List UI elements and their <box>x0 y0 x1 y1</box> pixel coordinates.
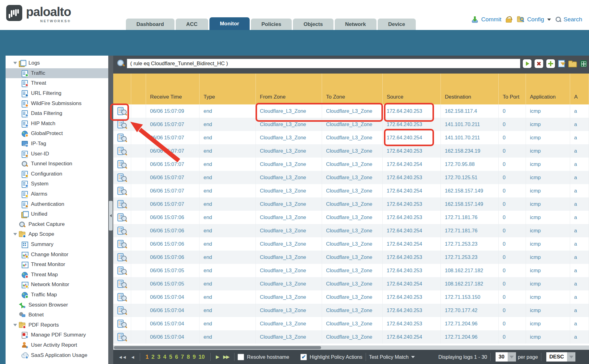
sidebar-item-tunnel-inspection[interactable]: Tunnel Inspection <box>6 159 108 169</box>
page-number-9[interactable]: 9 <box>193 354 196 360</box>
export-csv-button[interactable] <box>579 59 588 68</box>
table-row[interactable]: 06/06 15:07:07endCloudflare_L3_ZoneCloud… <box>113 144 589 158</box>
tab-dashboard[interactable]: Dashboard <box>126 19 174 30</box>
resolve-hostname-checkbox[interactable] <box>238 354 244 360</box>
sidebar-item-traffic[interactable]: Traffic <box>6 68 108 78</box>
log-detail-button[interactable] <box>113 290 131 304</box>
horizontal-scrollbar-thumb[interactable] <box>114 346 321 349</box>
log-detail-button[interactable] <box>113 144 131 158</box>
sidebar-item-threat[interactable]: Threat <box>6 78 108 88</box>
add-filter-button[interactable] <box>546 59 555 68</box>
sidebar-collapse-handle[interactable] <box>109 201 113 231</box>
apply-filter-button[interactable] <box>523 59 531 68</box>
page-number-8[interactable]: 8 <box>187 354 190 360</box>
log-detail-button[interactable] <box>113 251 131 264</box>
expander-icon[interactable] <box>13 61 17 65</box>
log-detail-button[interactable] <box>113 330 131 344</box>
test-policy-match-button[interactable]: Test Policy Match <box>369 354 415 360</box>
sidebar-item-unified[interactable]: Unified <box>6 209 108 219</box>
sidebar-item-globalprotect[interactable]: GlobalProtect <box>6 129 108 139</box>
commit-button[interactable]: Commit <box>471 16 501 23</box>
log-detail-button[interactable] <box>113 224 131 237</box>
column-header-application[interactable]: Application <box>526 74 570 104</box>
sidebar-item-pdf-reports[interactable]: PDF Reports <box>6 320 108 330</box>
log-detail-button[interactable] <box>113 184 131 197</box>
sidebar-item-url-filtering[interactable]: URL Filtering <box>6 88 108 99</box>
clear-filter-button[interactable] <box>535 59 543 68</box>
table-row[interactable]: 06/06 15:07:04endCloudflare_L3_ZoneCloud… <box>113 290 589 304</box>
tab-policies[interactable]: Policies <box>251 19 292 30</box>
log-detail-button[interactable] <box>113 237 131 251</box>
page-number-10[interactable]: 10 <box>199 354 205 360</box>
filter-query-input[interactable] <box>127 59 520 68</box>
table-row[interactable]: 06/06 15:07:05endCloudflare_L3_ZoneCloud… <box>113 264 589 277</box>
column-header-type[interactable]: Type <box>200 74 256 104</box>
sidebar-item-user-id[interactable]: User-ID <box>6 149 108 159</box>
page-number-3[interactable]: 3 <box>157 354 161 360</box>
column-header-a[interactable]: A <box>570 74 589 104</box>
sidebar-item-alarms[interactable]: Alarms <box>6 189 108 199</box>
table-row[interactable]: 06/06 15:07:04endCloudflare_L3_ZoneCloud… <box>113 304 589 317</box>
log-detail-button[interactable] <box>113 197 131 211</box>
table-row[interactable]: 06/06 15:07:06endCloudflare_L3_ZoneCloud… <box>113 224 589 237</box>
column-header-from-zone[interactable]: From Zone <box>256 74 322 104</box>
page-number-5[interactable]: 5 <box>169 354 172 360</box>
search-button[interactable]: Search <box>555 16 582 23</box>
column-header-receive-time[interactable]: Receive Time <box>146 74 200 104</box>
horizontal-scrollbar[interactable] <box>113 345 589 350</box>
tab-monitor[interactable]: Monitor <box>209 17 250 30</box>
page-number-6[interactable]: 6 <box>175 354 178 360</box>
table-row[interactable]: 06/06 15:07:07endCloudflare_L3_ZoneCloud… <box>113 131 589 144</box>
log-detail-button[interactable] <box>113 158 131 171</box>
table-row[interactable]: 06/06 15:07:06endCloudflare_L3_ZoneCloud… <box>113 251 589 264</box>
table-row[interactable]: 06/06 15:07:09endCloudflare_L3_ZoneCloud… <box>113 104 589 118</box>
next-page-button[interactable]: ▶ <box>216 354 219 360</box>
sidebar-item-authentication[interactable]: Authentication <box>6 199 108 209</box>
sidebar-item-threat-monitor[interactable]: Threat Monitor <box>6 260 108 270</box>
sort-order-select[interactable]: DESC <box>546 352 575 362</box>
table-row[interactable]: 06/06 15:07:04endCloudflare_L3_ZoneCloud… <box>113 317 589 330</box>
lock-icon[interactable] <box>506 16 513 23</box>
tab-device[interactable]: Device <box>378 19 416 30</box>
sidebar-item-packet-capture[interactable]: Packet Capture <box>6 219 108 230</box>
sidebar-item-summary[interactable]: Summary <box>6 239 108 250</box>
tab-objects[interactable]: Objects <box>293 19 333 30</box>
sidebar-item-ip-tag[interactable]: IP-Tag <box>6 139 108 149</box>
log-detail-button[interactable] <box>113 277 131 290</box>
column-header-destination[interactable]: Destination <box>441 74 499 104</box>
sidebar-item-user-activity-report[interactable]: User Activity Report <box>6 340 108 350</box>
page-number-7[interactable]: 7 <box>181 354 184 360</box>
highlight-policy-actions-checkbox[interactable] <box>300 354 307 360</box>
expander-icon[interactable] <box>13 323 17 327</box>
sidebar-item-configuration[interactable]: Configuration <box>6 169 108 179</box>
log-detail-button[interactable] <box>113 264 131 277</box>
log-detail-button[interactable] <box>113 317 131 330</box>
prev-page-button[interactable]: ◄ <box>131 354 135 360</box>
sidebar-item-saas-application-usage[interactable]: SaaS Application Usage <box>6 350 108 360</box>
table-row[interactable]: 06/06 15:07:07endCloudflare_L3_ZoneCloud… <box>113 184 589 197</box>
sidebar-item-network-monitor[interactable]: Network Monitor <box>6 280 108 290</box>
sidebar-item-logs[interactable]: Logs <box>6 58 108 68</box>
tab-network[interactable]: Network <box>335 19 376 30</box>
column-header-to-zone[interactable]: To Zone <box>322 74 383 104</box>
table-row[interactable]: 06/06 15:07:07endCloudflare_L3_ZoneCloud… <box>113 171 589 184</box>
page-number-4[interactable]: 4 <box>163 354 166 360</box>
table-row[interactable]: 06/06 15:07:07endCloudflare_L3_ZoneCloud… <box>113 158 589 171</box>
table-row[interactable]: 06/06 15:07:07endCloudflare_L3_ZoneCloud… <box>113 197 589 211</box>
sidebar-item-change-monitor[interactable]: Change Monitor <box>6 249 108 260</box>
table-row[interactable]: 06/06 15:07:07endCloudflare_L3_ZoneCloud… <box>113 118 589 131</box>
last-page-button[interactable]: ▶▶ <box>223 354 229 360</box>
sidebar-item-app-scope[interactable]: App Scope <box>6 229 108 239</box>
log-detail-button[interactable] <box>113 304 131 317</box>
log-detail-button[interactable] <box>113 118 131 131</box>
page-number-2[interactable]: 2 <box>152 354 155 360</box>
sidebar-item-traffic-map[interactable]: Traffic Map <box>6 290 108 300</box>
log-detail-button[interactable] <box>113 211 131 224</box>
sidebar-item-data-filtering[interactable]: Data Filtering <box>6 108 108 119</box>
tab-acc[interactable]: ACC <box>176 19 208 30</box>
table-row[interactable]: 06/06 15:07:04endCloudflare_L3_ZoneCloud… <box>113 330 589 344</box>
table-row[interactable]: 06/06 15:07:05endCloudflare_L3_ZoneCloud… <box>113 277 589 290</box>
filter-builder-button[interactable] <box>557 59 566 68</box>
load-filter-button[interactable] <box>568 59 577 68</box>
column-header-source[interactable]: Source <box>383 74 441 104</box>
